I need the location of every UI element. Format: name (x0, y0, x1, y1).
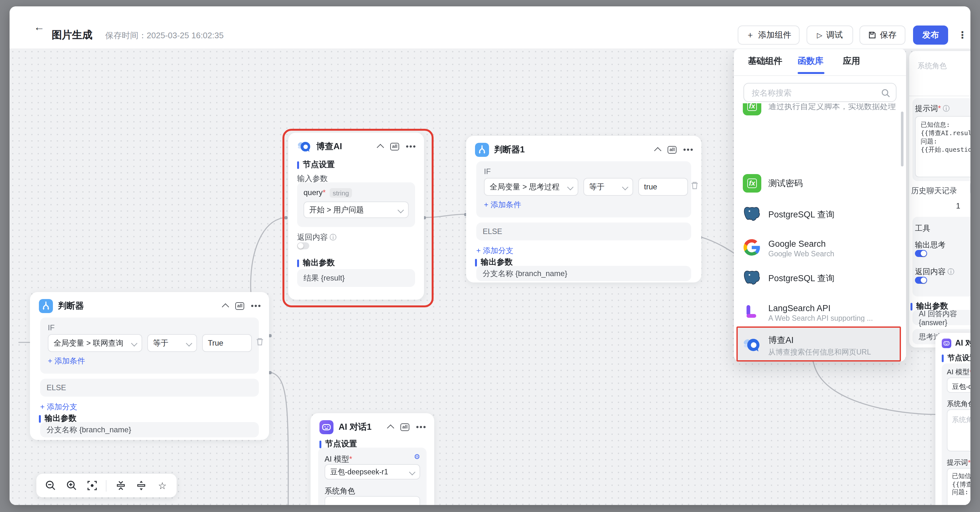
model-select[interactable]: 豆包-dee (947, 377, 970, 393)
info-icon: ⓘ (943, 105, 950, 112)
return-label: 返回内容 (915, 267, 945, 276)
add-branch-link[interactable]: + 添加分支 (476, 245, 514, 256)
publish-button[interactable]: 发布 (913, 25, 948, 45)
save-time: 保存时间：2025-03-25 16:02:35 (105, 30, 223, 41)
google-icon (743, 239, 761, 257)
fx-icon: fx (743, 103, 761, 115)
search-input[interactable] (751, 84, 877, 103)
add-component-button[interactable]: ＋添加组件 (738, 25, 800, 45)
prompt-label: 提示词 (947, 458, 968, 466)
history-input[interactable] (970, 181, 970, 195)
tab-function-library[interactable]: 函数库 (798, 56, 824, 67)
postgresql-icon (743, 205, 761, 224)
query-select[interactable]: 开始 > 用户问题 (304, 202, 409, 218)
panel-all-icon[interactable]: all (235, 302, 245, 310)
node-judge[interactable]: 判断器 all ••• IF 全局变量 > 联网查询 等于 True + 添加条… (30, 292, 269, 440)
section-bar (320, 440, 321, 448)
zoom-out-icon[interactable] (44, 479, 58, 493)
return-toggle[interactable] (915, 277, 927, 284)
zoom-in-icon[interactable] (64, 479, 78, 493)
if-label: IF (484, 167, 491, 176)
chevron-down-icon (131, 340, 137, 346)
section-title: 节点设置 (948, 353, 970, 363)
list-item-bocha-ai[interactable]: 博查AI从博查搜索任何信息和网页URL (734, 330, 906, 361)
role-textarea[interactable]: 系统角色 (947, 409, 970, 452)
role-label: 系统角色 (947, 399, 970, 409)
condition-left-select[interactable]: 全局变量 > 思考过程 (484, 178, 578, 196)
role-textarea[interactable]: 系统角色 (325, 496, 420, 505)
section-bar (475, 259, 477, 266)
prompt-textarea[interactable]: 已知信息: {{博查AI.result}} 问题: {{开始.question}… (915, 116, 970, 177)
node-ai-chat1[interactable]: AI 对话1 all ••• 节点设置 AI 模型* ⚙ 豆包-deepseek… (310, 413, 434, 505)
node-bocha-ai[interactable]: 博查AI all ••• 节点设置 输入参数 query*string 开始 >… (288, 133, 424, 300)
condition-value-input[interactable]: True (202, 334, 252, 352)
panel-all-icon[interactable]: all (668, 146, 677, 154)
prompt-label: 提示词 (915, 104, 938, 113)
if-label: IF (48, 323, 54, 332)
panel-all-icon[interactable]: all (390, 143, 399, 151)
debug-button[interactable]: ▷调试 (807, 25, 853, 45)
tab-basic-components[interactable]: 基础组件 (748, 56, 782, 67)
tab-apps[interactable]: 应用 (843, 56, 860, 67)
node-ai-chat[interactable]: AI 对话 节点设置 AI 模型* 豆包-dee 系统角色 系统角色 提示词*ⓘ… (935, 333, 970, 505)
section-bar (39, 415, 41, 422)
top-bar: ← 图片生成 保存时间：2025-03-25 16:02:35 ＋添加组件 ▷调… (10, 6, 970, 49)
floppy-icon (869, 31, 876, 39)
list-item[interactable]: LangSearch APIA Web Search API supportin… (734, 296, 906, 328)
role-textarea[interactable]: 系统角色 (909, 51, 970, 96)
align-expand-vertical-icon[interactable] (135, 479, 149, 493)
add-condition-link[interactable]: + 添加条件 (484, 200, 521, 210)
output-params-label: 输出参数 (303, 258, 335, 269)
condition-op-select[interactable]: 等于 (147, 334, 197, 352)
add-branch-link[interactable]: + 添加分支 (40, 402, 78, 413)
more-menu-icon[interactable]: ⋮ (958, 29, 967, 41)
model-group: AI 模型* ⚙ 豆包-deepseek-r1 系统角色 系统角色 (318, 448, 426, 505)
add-condition-link[interactable]: + 添加条件 (48, 356, 85, 367)
return-toggle[interactable] (297, 242, 309, 249)
chevron-down-icon (186, 340, 192, 346)
model-select[interactable]: 豆包-deepseek-r1 (325, 464, 420, 480)
divider (106, 480, 107, 491)
fit-view-icon[interactable] (86, 479, 99, 493)
node-title: 判断器1 (494, 144, 656, 156)
robot-icon (320, 420, 334, 434)
think-toggle[interactable] (915, 250, 927, 257)
condition-op-select[interactable]: 等于 (584, 178, 633, 196)
list-item[interactable]: fx 通过执行自定义脚本，实现数据处理 (734, 103, 906, 122)
node-judge1[interactable]: 判断器1 all ••• IF 全局变量 > 思考过程 等于 true + 添加… (466, 136, 702, 283)
page-title: 图片生成 (52, 29, 92, 42)
chevron-down-icon (398, 207, 404, 213)
branch-icon (475, 143, 489, 157)
condition-left-select[interactable]: 全局变量 > 联网查询 (48, 334, 142, 352)
return-label: 返回内容 (297, 233, 328, 242)
trash-icon[interactable] (690, 181, 699, 190)
condition-value-input[interactable]: true (638, 178, 688, 196)
save-button[interactable]: 保存 (859, 25, 905, 45)
info-icon: ⓘ (329, 233, 337, 241)
panel-all-icon[interactable]: all (401, 424, 410, 431)
node-title: 博查AI (316, 141, 379, 153)
robot-icon (942, 339, 951, 348)
trash-icon[interactable] (256, 337, 264, 346)
bocha-logo-icon (297, 140, 311, 154)
node-title: 判断器 (58, 300, 224, 312)
search-box[interactable] (743, 83, 896, 102)
param-type-badge: string (329, 188, 352, 197)
scrollbar[interactable] (901, 111, 904, 166)
chevron-down-icon (567, 184, 574, 190)
answer-row: AI 回答内容 {answer} (912, 310, 970, 325)
list-item[interactable]: PostgreSQL 查询 (734, 200, 906, 229)
prompt-textarea[interactable]: 已知信息{{博查A问题: (947, 468, 970, 505)
beautify-star-icon[interactable]: ☆ (155, 479, 169, 493)
postgresql-icon (743, 269, 761, 288)
model-label: AI 模型 (325, 455, 349, 464)
gear-icon[interactable]: ⚙ (414, 453, 420, 461)
canvas-toolbar: ☆ (37, 474, 177, 497)
list-item[interactable]: Google SearchGoogle Web Search (734, 232, 906, 264)
if-group: IF 全局变量 > 思考过程 等于 true + 添加条件 (476, 161, 691, 218)
list-item[interactable]: fx 测试密码 (734, 170, 906, 198)
port[interactable] (284, 216, 288, 219)
align-compress-vertical-icon[interactable] (113, 479, 127, 493)
required-mark: * (323, 188, 326, 197)
list-item[interactable]: PostgreSQL 查询 (734, 264, 906, 293)
